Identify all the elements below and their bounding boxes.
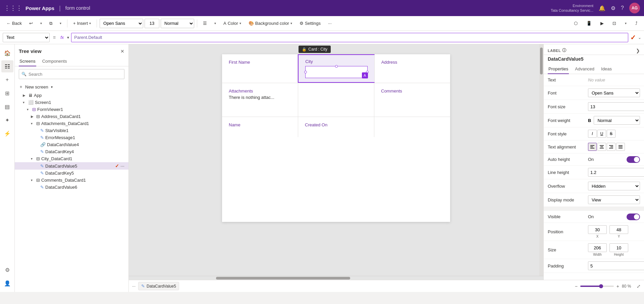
insert-icon-btn[interactable]: + [1, 74, 13, 86]
tree-item-app[interactable]: ▶ 🖥 App [15, 92, 128, 99]
user-icon-btn[interactable]: 👤 [1, 277, 13, 289]
tree-item-comments-datacard1[interactable]: ▾ ⊟ Comments_DataCard1 [15, 177, 128, 184]
align-button[interactable]: ☰ [200, 19, 210, 27]
zoom-out-button[interactable]: − [575, 284, 578, 289]
property-select[interactable]: Text [3, 33, 50, 42]
settings-icon[interactable]: ⚙ [611, 5, 615, 11]
svg-rect-4 [8, 66, 10, 67]
formula-input[interactable] [71, 33, 628, 42]
pos-y-input[interactable] [609, 225, 628, 234]
tree-item-starvisible1[interactable]: ▶ ✎ StarVisible1 [15, 127, 128, 134]
tree-item-datacardkey4[interactable]: ▶ ✎ DataCardKey4 [15, 148, 128, 155]
tree-item-datacardvalue4[interactable]: ▶ 🔗 DataCardValue4 [15, 141, 128, 148]
font-prop-select[interactable]: Open Sans [588, 88, 640, 97]
align-left-button[interactable] [588, 143, 597, 151]
color-button[interactable]: A Color ▾ [220, 19, 244, 27]
grid-icon[interactable]: ⋮⋮⋮ [4, 4, 22, 12]
fontweight-prop-select[interactable]: Normal [594, 116, 640, 125]
canvas-hscroll[interactable] [129, 276, 543, 280]
canvas-scroll-area[interactable]: First Name 🔒 Card : City City [129, 44, 543, 276]
overflow-prop-select[interactable]: Hidden [588, 182, 640, 190]
pos-x-input[interactable] [588, 225, 607, 234]
new-screen-button[interactable]: ＋ New screen ▾ [15, 82, 128, 92]
form-cell-city[interactable]: 🔒 Card : City City [298, 54, 374, 83]
data-icon-btn[interactable]: ⊞ [1, 87, 13, 99]
right-tab-ideas[interactable]: Ideas [600, 64, 612, 74]
right-tab-properties[interactable]: Properties [548, 64, 569, 74]
align-right-button[interactable] [607, 143, 615, 151]
align-caret[interactable]: ▾ [211, 20, 219, 27]
notification-icon[interactable]: 🔔 [599, 5, 605, 11]
tab-screens[interactable]: Screens [19, 57, 36, 66]
formula-caret[interactable]: ▾ [67, 35, 69, 40]
underline-button[interactable]: U [597, 130, 606, 138]
copy-button[interactable]: ⧉ [46, 19, 55, 28]
canvas-vscroll[interactable] [539, 44, 543, 276]
displaymode-prop-select[interactable]: View [588, 195, 640, 204]
bg-color-button[interactable]: 🎨 Background color ▾ [246, 19, 295, 27]
undo-caret[interactable]: ▾ [37, 20, 45, 27]
search-input[interactable] [19, 69, 124, 79]
right-tab-advanced[interactable]: Advanced [574, 64, 595, 74]
formula-confirm-icon[interactable]: ✓ [630, 34, 636, 42]
align-center-button[interactable] [597, 143, 606, 151]
tree-close-button[interactable]: ✕ [120, 49, 124, 54]
padding-prop-input[interactable] [588, 261, 644, 270]
tree-item-formviewer1[interactable]: ▾ ⊟ FormViewer1 [15, 106, 128, 113]
tree-item-address-datacard1[interactable]: ▶ ⊟ Address_DataCard1 [15, 113, 128, 120]
tree-item-attachments-datacard1[interactable]: ▾ ⊟ Attachments_DataCard1 [15, 120, 128, 127]
font-size-input[interactable] [145, 19, 159, 28]
copy-caret[interactable]: ▾ [57, 20, 64, 27]
font-weight-select[interactable]: Normal [161, 19, 194, 28]
dcv5-dots-menu[interactable]: ··· [120, 163, 124, 169]
preview-icon[interactable]: ⬡ [571, 19, 581, 27]
phone-icon[interactable]: 📱 [583, 19, 595, 27]
font-family-select[interactable]: Open Sans [100, 19, 143, 28]
visible-toggle[interactable] [627, 214, 640, 220]
autoheight-toggle[interactable] [627, 156, 640, 163]
lineheight-prop-input[interactable] [588, 168, 644, 177]
tree-icon-btn[interactable] [1, 60, 13, 72]
help-icon[interactable]: ? [621, 5, 624, 11]
ai-icon-btn[interactable]: ✦ [1, 114, 13, 126]
size-width-input[interactable] [588, 243, 607, 252]
formula-expand-caret[interactable]: ⌄ [638, 35, 641, 40]
align-justify-button[interactable] [616, 143, 625, 151]
size-height-field: Height [609, 243, 628, 256]
home-icon-btn[interactable]: 🏠 [1, 47, 13, 59]
avatar[interactable]: AG [629, 3, 640, 13]
tree-item-screen1[interactable]: ▾ ⬜ Screen1 [15, 99, 128, 106]
fx-button[interactable]: fx [59, 35, 65, 40]
tree-item-city-datacard1[interactable]: ▾ ⊟ City_DataCard1 [15, 155, 128, 162]
size-height-input[interactable] [609, 243, 628, 252]
power-automate-icon-btn[interactable]: ⚡ [1, 127, 13, 139]
zoom-slider-track[interactable] [580, 286, 614, 287]
devices-icon[interactable]: ⊡ [609, 19, 619, 27]
zoom-in-button[interactable]: + [616, 284, 619, 289]
expand-button[interactable]: ⤢ [637, 284, 641, 289]
bottom-dots[interactable]: ··· [132, 284, 136, 289]
tree-item-errormessage1[interactable]: ▶ ✎ ErrorMessage1 [15, 134, 128, 141]
back-button[interactable]: ← Back [3, 19, 25, 27]
strikethrough-button[interactable]: S [607, 130, 615, 138]
tree-item-datacardvalue6[interactable]: ▶ ✎ DataCardValue6 [15, 184, 128, 191]
tree-item-datacardvalue5[interactable]: ▶ ✎ DataCardValue5 ✓ ··· [15, 162, 128, 170]
more-button[interactable]: ··· [325, 19, 335, 27]
play-icon[interactable]: ▶ [597, 19, 607, 27]
settings-button[interactable]: ⚙ Settings [297, 19, 324, 27]
italic-button[interactable]: I [588, 130, 597, 138]
tab-components[interactable]: Components [42, 57, 68, 66]
error-icon: ✎ [40, 135, 44, 140]
city-input-area[interactable]: A [305, 66, 367, 78]
tree-item-datacardkey5[interactable]: ▶ ✎ DataCardKey5 [15, 170, 128, 177]
insert-button[interactable]: + Insert ▾ [70, 19, 94, 27]
media-icon-btn[interactable]: ▤ [1, 101, 13, 113]
devices-caret[interactable]: ▾ [622, 19, 630, 27]
right-panel-expand-icon[interactable]: ❯ [636, 48, 640, 53]
fontsize-prop-input[interactable] [588, 102, 644, 111]
settings-bottom-icon-btn[interactable]: ⚙ [1, 264, 13, 276]
label-info-icon[interactable]: ⓘ [562, 48, 567, 53]
undo-button[interactable]: ↩ [26, 19, 36, 27]
publish-icon[interactable]: ⤴ [632, 19, 641, 27]
bottom-tab-datacardvalue5[interactable]: ✎ DataCardValue5 [138, 282, 179, 290]
